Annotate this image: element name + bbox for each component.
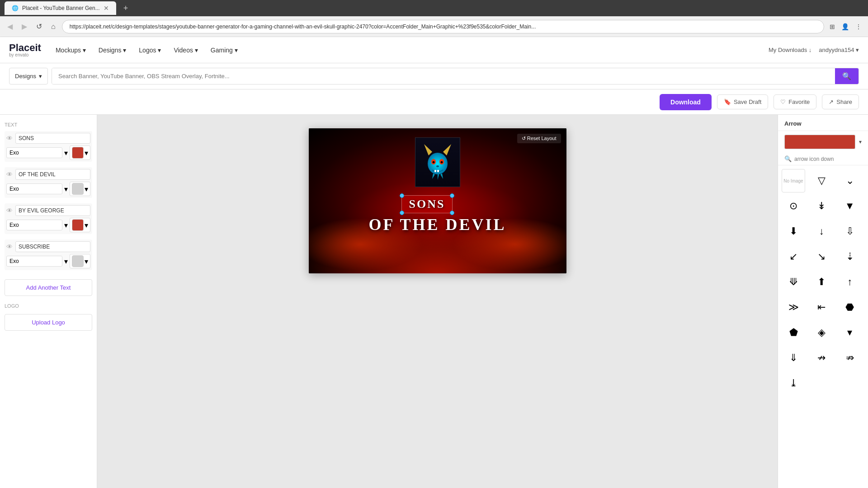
menu-icon[interactable]: ⋮: [854, 21, 863, 32]
arrow-item-up-arrow[interactable]: ↑: [838, 270, 862, 294]
arrow-item-double-arr[interactable]: ⇓: [782, 346, 805, 370]
drag-handle-tr[interactable]: [450, 193, 454, 198]
arrow-item-triple-down[interactable]: ⟱: [782, 270, 805, 294]
mockups-nav-link[interactable]: Mockups ▾: [50, 43, 91, 57]
arrow-search-input[interactable]: [794, 156, 862, 162]
svg-marker-12: [440, 174, 443, 179]
search-input[interactable]: [52, 68, 835, 84]
of-the-devil-color-btn[interactable]: ▾: [70, 182, 90, 196]
main-area: Text 👁 Exo ▾ ▾ 👁: [0, 115, 868, 488]
share-button[interactable]: ↗ Share: [822, 94, 859, 109]
arrow-item-bold-down[interactable]: ⬇: [782, 220, 805, 243]
refresh-btn[interactable]: ↺: [33, 20, 45, 33]
my-downloads-link[interactable]: My Downloads ↓: [769, 47, 811, 53]
browser-tab[interactable]: 🌐 Placeit - YouTube Banner Gen... ✕: [5, 1, 116, 15]
reset-layout-button[interactable]: ↺ Reset Layout: [517, 134, 561, 143]
subscribe-font-chevron: ▾: [64, 257, 68, 266]
by-evil-george-color-btn[interactable]: ▾: [70, 218, 90, 232]
gaming-nav-link[interactable]: Gaming ▾: [205, 43, 243, 57]
arrow-item-bold-up[interactable]: ⬆: [810, 270, 833, 294]
videos-nav-link[interactable]: Videos ▾: [168, 43, 203, 57]
user-profile-menu[interactable]: andyydna154 ▾: [819, 47, 859, 53]
arrow-item-circle-down-arrow[interactable]: ⊙: [782, 194, 805, 218]
arrow-color-swatch[interactable]: [784, 135, 855, 149]
forward-btn[interactable]: ▶: [19, 20, 30, 33]
arrow-item-check-down[interactable]: ⌄: [838, 169, 862, 192]
arrow-item-simple-arrow[interactable]: ↓: [810, 220, 833, 243]
upload-logo-button[interactable]: Upload Logo: [5, 314, 92, 331]
arrow-item-small-triangle[interactable]: ▾: [838, 321, 862, 344]
text-row-by-evil-george: 👁 Exo ▾ ▾: [5, 203, 92, 234]
search-category-select[interactable]: Designs ▾: [9, 68, 48, 84]
arrow-color-chevron[interactable]: ▾: [859, 139, 862, 145]
arrow-item-curved-right[interactable]: ↘: [810, 245, 833, 268]
sons-color-swatch: [72, 147, 84, 159]
back-btn[interactable]: ◀: [5, 20, 15, 33]
extensions-icon[interactable]: ⊞: [828, 21, 837, 32]
sons-text-input[interactable]: [15, 133, 90, 144]
by-evil-george-color-chevron: ▾: [85, 221, 88, 230]
favorite-button[interactable]: ♡ Favorite: [774, 94, 816, 109]
tab-close-btn[interactable]: ✕: [104, 5, 109, 12]
banner-canvas[interactable]: ↺ Reset Layout: [309, 128, 566, 273]
arrow-item-hex-down[interactable]: ⬣: [838, 296, 862, 319]
eye-icon-subscribe[interactable]: 👁: [6, 243, 13, 250]
of-the-devil-font-select[interactable]: Exo: [6, 183, 62, 194]
arrow-color-row: ▾: [778, 131, 868, 153]
logos-nav-link[interactable]: Logos ▾: [133, 43, 166, 57]
by-evil-george-text-input[interactable]: [15, 205, 90, 216]
of-the-devil-banner-text[interactable]: OF THE DEVIL: [368, 215, 506, 234]
arrow-item-not-right[interactable]: ↛: [810, 346, 833, 370]
arrow-search-icon: 🔍: [784, 155, 792, 162]
drag-handle-bl[interactable]: [400, 211, 404, 215]
arrow-item-double-right[interactable]: ≫: [782, 296, 805, 319]
by-evil-george-color-swatch: [72, 219, 84, 231]
arrow-icon-grid: No Image▽⌄⊙↡▼⬇↓⇩↙↘⇣⟱⬆↑≫⇤⬣⬟◈▾⇓↛⇏⤓: [778, 165, 868, 399]
sons-text-element[interactable]: SONS: [401, 195, 453, 213]
arrow-item-not-implies[interactable]: ⇏: [838, 346, 862, 370]
address-input[interactable]: [62, 20, 824, 33]
profile-icon[interactable]: 👤: [840, 21, 851, 32]
svg-marker-11: [438, 174, 439, 180]
subscribe-font-select[interactable]: Exo: [6, 256, 62, 267]
arrow-item-curved-left[interactable]: ↙: [782, 245, 805, 268]
drag-handle-br[interactable]: [450, 211, 454, 215]
by-evil-george-font-select[interactable]: Exo: [6, 220, 62, 230]
home-btn[interactable]: ⌂: [48, 21, 58, 33]
arrow-item-double-shaft-down[interactable]: ⇩: [838, 220, 862, 243]
sons-color-btn[interactable]: ▾: [70, 145, 90, 160]
subscribe-color-btn[interactable]: ▾: [70, 254, 90, 268]
arrow-item-solid-chevron-down[interactable]: ▼: [838, 194, 862, 218]
share-icon: ↗: [829, 99, 834, 105]
arrow-item-dashed-arrow[interactable]: ⇣: [838, 245, 862, 268]
sons-color-chevron: ▾: [85, 149, 88, 157]
of-the-devil-text-input[interactable]: [15, 169, 90, 180]
arrow-search-row: 🔍: [778, 153, 868, 165]
add-text-button[interactable]: Add Another Text: [5, 279, 92, 296]
download-button[interactable]: Download: [660, 94, 712, 110]
eye-icon-by-evil-george[interactable]: 👁: [6, 207, 13, 214]
search-submit-btn[interactable]: 🔍: [835, 68, 859, 84]
drag-handle-tl[interactable]: [400, 193, 404, 198]
eye-icon-of-the-devil[interactable]: 👁: [6, 171, 13, 178]
devil-image-box[interactable]: [415, 137, 460, 187]
arrow-item-diamond-down[interactable]: ◈: [810, 321, 833, 344]
arrow-item-thin-down-triangle[interactable]: ▽: [810, 169, 833, 192]
sons-font-select[interactable]: Exo: [6, 147, 62, 158]
arrow-item-down-baseline[interactable]: ⤓: [782, 371, 805, 395]
nav-links: Mockups ▾ Designs ▾ Logos ▾ Videos ▾ Gam…: [50, 43, 243, 57]
eye-icon-sons[interactable]: 👁: [6, 135, 13, 142]
arrow-item-No Image[interactable]: No Image: [782, 169, 805, 192]
right-panel: Arrow ▾ 🔍 No Image▽⌄⊙↡▼⬇↓⇩↙↘⇣⟱⬆↑≫⇤⬣⬟◈▾⇓↛…: [778, 115, 868, 488]
canvas-area: ↺ Reset Layout: [97, 115, 778, 488]
arrow-item-arrow-to-bar[interactable]: ⇤: [810, 296, 833, 319]
svg-point-5: [432, 161, 434, 164]
arrow-item-penta-down[interactable]: ⬟: [782, 321, 805, 344]
save-draft-button[interactable]: 🔖 Save Draft: [717, 94, 768, 109]
new-tab-btn[interactable]: +: [120, 4, 132, 13]
designs-nav-link[interactable]: Designs ▾: [93, 43, 132, 57]
subscribe-text-input[interactable]: [15, 241, 90, 252]
svg-rect-9: [437, 170, 439, 172]
arrow-item-double-arrow-down[interactable]: ↡: [810, 194, 833, 218]
tab-icon: 🌐: [12, 5, 19, 11]
